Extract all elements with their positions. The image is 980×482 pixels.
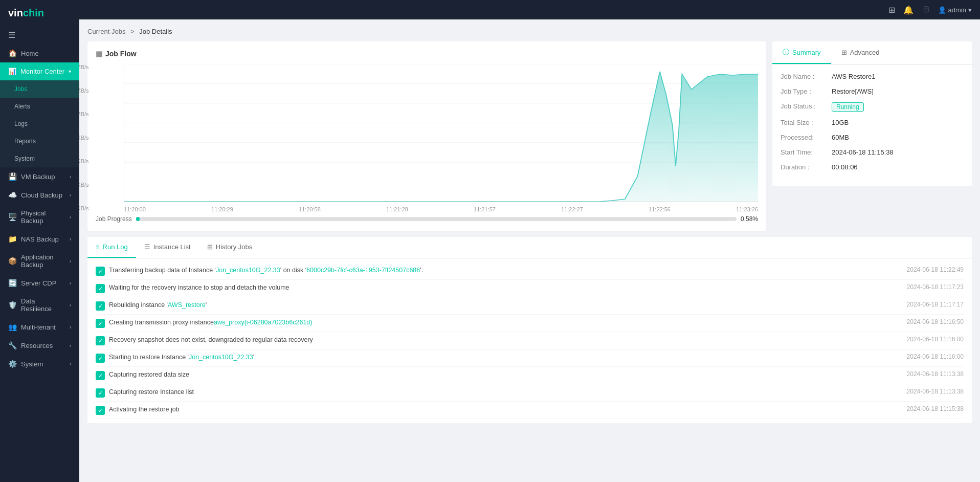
chart-area-polygon xyxy=(124,72,758,202)
sidebar-item-resources-label: Resources xyxy=(21,342,53,349)
log-link-0b[interactable]: 6000c29b-7fcf-c63a-1953-7ff24507c686 xyxy=(306,267,420,274)
log-text-0: Transferring backup data of Instance 'Jo… xyxy=(109,266,903,275)
progress-percent: 0.58% xyxy=(741,215,758,223)
sidebar-item-server-cdp[interactable]: 🔄 Server CDP › xyxy=(0,274,79,292)
sidebar-item-logs-label: Logs xyxy=(14,120,28,127)
data-resilience-icon: 🛡️ xyxy=(8,301,17,309)
job-flow-panel: ▦ Job Flow 1.8MB/s 1.5MB/s 1.2MB/s 900KB… xyxy=(87,41,766,231)
progress-row: Job Progress 0.58% xyxy=(96,215,758,223)
tab-history-jobs[interactable]: ⊞ History Jobs xyxy=(199,237,261,258)
log-time-7: 2024-06-18 11:13:38 xyxy=(907,388,964,395)
sidebar-item-cloud-backup[interactable]: ☁️ Cloud Backup › xyxy=(0,186,79,204)
log-list: ✓ Transferring backup data of Instance '… xyxy=(87,258,972,423)
sidebar-item-alerts[interactable]: Alerts xyxy=(0,98,79,115)
user-menu[interactable]: 👤 admin ▾ xyxy=(938,6,972,14)
x-label-2: 11:20:29 xyxy=(211,206,233,212)
breadcrumb-parent[interactable]: Current Jobs xyxy=(87,28,125,35)
status-badge: Running xyxy=(832,102,864,112)
tab-summary[interactable]: ⓘ Summary xyxy=(772,41,831,64)
user-icon: 👤 xyxy=(938,6,946,14)
log-text-1: Waiting for the recovery instance to sto… xyxy=(109,283,903,293)
sidebar-group-monitor: 📊 Monitor Center ▾ Jobs Alerts Logs Repo… xyxy=(0,62,79,167)
sidebar-item-nas-backup[interactable]: 📁 NAS Backup › xyxy=(0,230,79,248)
sidebar-item-jobs-label: Jobs xyxy=(14,85,27,93)
log-text-2: Rebuilding instance 'AWS_restore' xyxy=(109,301,903,310)
tab-run-log[interactable]: ≡ Run Log xyxy=(87,237,136,258)
sidebar-group-monitor-label: Monitor Center xyxy=(20,68,64,75)
breadcrumb-separator: > xyxy=(130,28,135,35)
sidebar-item-vm-backup[interactable]: 💾 VM Backup › xyxy=(0,167,79,186)
log-check-icon: ✓ xyxy=(96,319,105,328)
sidebar-item-home[interactable]: 🏠 Home xyxy=(0,44,79,62)
log-time-2: 2024-06-18 11:17:17 xyxy=(907,301,964,308)
tab-instance-list[interactable]: ☰ Instance List xyxy=(136,237,199,258)
log-entry: ✓ Creating transmission proxy instanceaw… xyxy=(96,315,964,332)
y-label-4: 900KB/s xyxy=(79,135,89,141)
summary-row-job-status: Job Status : Running xyxy=(781,102,964,112)
sidebar-item-data-resilience[interactable]: 🛡️ Data Resilience › xyxy=(0,292,79,318)
bottom-section: ≡ Run Log ☰ Instance List ⊞ History Jobs… xyxy=(87,237,972,423)
sidebar-item-nas-backup-label: NAS Backup xyxy=(21,235,59,243)
bottom-tabs: ≡ Run Log ☰ Instance List ⊞ History Jobs xyxy=(87,237,972,258)
log-entry: ✓ Capturing restored data size 2024-06-1… xyxy=(96,367,964,384)
start-time-value: 2024-06-18 11:15:38 xyxy=(832,148,894,156)
tab-advanced[interactable]: ⊞ Advanced xyxy=(831,41,890,64)
y-label-7: 1.8MB/s xyxy=(79,64,89,70)
sidebar-item-physical-backup[interactable]: 🖥️ Physical Backup › xyxy=(0,204,79,230)
log-text-8: Activating the restore job xyxy=(109,405,903,414)
sidebar-item-system-sub[interactable]: System xyxy=(0,150,79,167)
logo: vinchin xyxy=(0,0,79,26)
topbar: ⊞ 🔔 🖥 👤 admin ▾ xyxy=(79,0,980,19)
log-time-0: 2024-06-18 11:22:49 xyxy=(907,266,964,273)
total-size-label: Total Size : xyxy=(781,119,832,126)
sidebar-item-logs[interactable]: Logs xyxy=(0,115,79,133)
log-text-4: Recovery snapshot does not exist, downgr… xyxy=(109,336,903,345)
sidebar-item-vm-backup-label: VM Backup xyxy=(21,173,55,181)
instance-list-icon: ☰ xyxy=(144,243,150,251)
sidebar-item-reports-label: Reports xyxy=(14,138,36,145)
summary-row-total-size: Total Size : 10GB xyxy=(781,119,964,126)
content-row: ▦ Job Flow 1.8MB/s 1.5MB/s 1.2MB/s 900KB… xyxy=(87,41,972,231)
sidebar-group-monitor-header[interactable]: 📊 Monitor Center ▾ xyxy=(0,62,79,80)
chevron-right-icon5: › xyxy=(70,258,71,264)
chart-y-labels: 1.8MB/s 1.5MB/s 1.2MB/s 900KB/s 600KB/s … xyxy=(79,64,89,212)
sidebar-item-resources[interactable]: 🔧 Resources › xyxy=(0,336,79,355)
bell-icon[interactable]: 🔔 xyxy=(903,5,914,15)
log-time-6: 2024-06-18 11:13:38 xyxy=(907,370,964,378)
sidebar-item-multi-tenant[interactable]: 👥 Multi-tenant › xyxy=(0,318,79,336)
chevron-right-icon: › xyxy=(70,174,71,180)
instance-list-label: Instance List xyxy=(153,243,191,251)
log-link-5[interactable]: Jon_centos10G_22.33 xyxy=(189,354,253,361)
log-entry: ✓ Rebuilding instance 'AWS_restore' 2024… xyxy=(96,297,964,315)
job-type-value: Restore[AWS] xyxy=(832,87,874,95)
progress-bar-fill xyxy=(136,217,140,221)
system-icon: ⚙️ xyxy=(8,360,17,368)
sidebar-toggle-button[interactable]: ☰ xyxy=(0,26,79,44)
job-status-label: Job Status : xyxy=(781,102,832,110)
x-label-3: 11:20:58 xyxy=(299,206,321,212)
log-link-0a[interactable]: Jon_centos10G_22.33 xyxy=(216,267,280,274)
x-label-6: 11:22:27 xyxy=(561,206,583,212)
chevron-right-icon7: › xyxy=(70,302,71,308)
sidebar-item-system[interactable]: ⚙️ System › xyxy=(0,355,79,373)
sidebar-item-system-sub-label: System xyxy=(14,155,35,162)
sidebar-item-reports[interactable]: Reports xyxy=(0,133,79,150)
monitor-icon[interactable]: 🖥 xyxy=(922,5,930,14)
log-time-5: 2024-06-18 11:16:00 xyxy=(907,353,964,360)
sidebar-item-application-backup[interactable]: 📦 Application Backup › xyxy=(0,248,79,274)
log-link-3[interactable]: aws_proxy(i-06280a7023b6c261d) xyxy=(214,319,313,326)
sidebar-item-label: Home xyxy=(21,50,39,57)
chevron-right-icon8: › xyxy=(70,324,71,330)
log-check-icon: ✓ xyxy=(96,301,105,311)
grid-icon[interactable]: ⊞ xyxy=(888,5,895,15)
main-content: Current Jobs > Job Details ▦ Job Flow 1.… xyxy=(79,19,980,482)
job-flow-title-text: Job Flow xyxy=(105,50,137,58)
log-entry: ✓ Starting to restore Instance 'Jon_cent… xyxy=(96,349,964,367)
cloud-backup-icon: ☁️ xyxy=(8,191,17,199)
log-check-icon: ✓ xyxy=(96,336,105,345)
log-link-2[interactable]: AWS_restore xyxy=(168,301,206,309)
log-entry: ✓ Transferring backup data of Instance '… xyxy=(96,262,964,280)
sidebar-item-jobs[interactable]: Jobs xyxy=(0,80,79,98)
chevron-right-icon10: › xyxy=(70,361,71,367)
history-jobs-label: History Jobs xyxy=(216,243,253,251)
